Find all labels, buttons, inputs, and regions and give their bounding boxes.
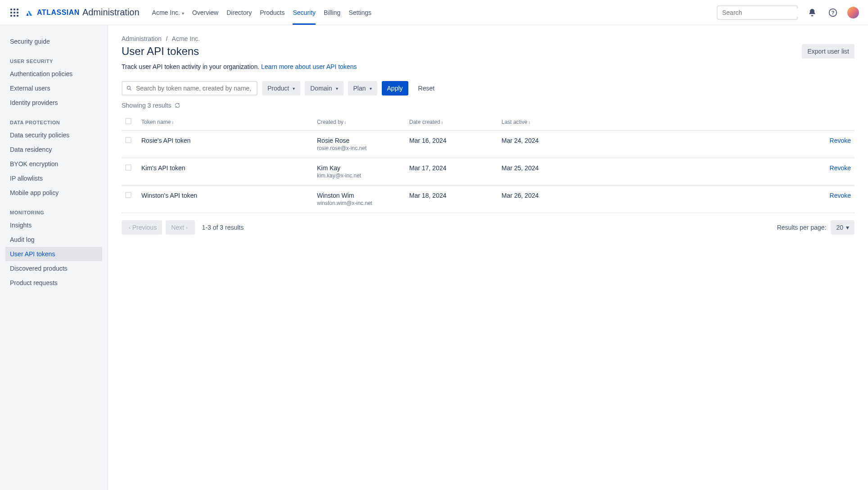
crumb-org[interactable]: Acme Inc. (172, 35, 200, 42)
col-header-created-by[interactable]: Created by↕ (313, 113, 406, 131)
per-page-select[interactable]: 20▾ (831, 220, 854, 235)
chevron-down-icon: ▾ (293, 86, 295, 91)
help-icon[interactable]: ? (827, 6, 839, 19)
crumb-admin[interactable]: Administration (122, 35, 162, 42)
prev-label: Previous (132, 224, 157, 231)
nav-products[interactable]: Products (260, 1, 285, 24)
top-nav: ATLASSIAN Administration Acme Inc.▾ Over… (0, 0, 868, 25)
sidebar-item-external-users[interactable]: External users (5, 81, 102, 95)
per-page-value: 20 (836, 224, 843, 231)
sidebar-item-ip-allowlists[interactable]: IP allowlists (5, 171, 102, 186)
chevron-down-icon: ▾ (846, 224, 849, 231)
brand[interactable]: ATLASSIAN Administration (25, 7, 140, 18)
revoke-link[interactable]: Revoke (830, 164, 851, 172)
filter-product-label: Product (267, 85, 289, 92)
cell-created-by: Winston Wimwinston.wim@x-inc.net (313, 186, 406, 213)
sidebar-item-data-residency[interactable]: Data residency (5, 142, 102, 157)
filter-domain[interactable]: Domain▾ (305, 81, 343, 95)
token-search-input[interactable] (135, 84, 253, 92)
sidebar-item-discovered-products[interactable]: Discovered products (5, 261, 102, 276)
page-description: Track user API token activity in your or… (122, 63, 854, 70)
sidebar-item-data-security-policies[interactable]: Data security policies (5, 128, 102, 142)
brand-admin: Administration (82, 7, 140, 18)
select-all-checkbox[interactable] (125, 118, 131, 124)
filter-plan[interactable]: Plan▾ (348, 81, 377, 95)
nav-settings[interactable]: Settings (348, 1, 371, 24)
row-checkbox[interactable] (125, 137, 131, 143)
sidebar-item-audit-log[interactable]: Audit log (5, 232, 102, 247)
revoke-link[interactable]: Revoke (830, 137, 851, 144)
sort-icon: ↕ (528, 120, 530, 125)
sidebar-item-mobile-app-policy[interactable]: Mobile app policy (5, 186, 102, 200)
cell-last-active: Mar 26, 2024 (498, 186, 590, 213)
cell-created-by: Rosie Roserosie.rose@x-inc.net (313, 131, 406, 158)
main-content: Administration / Acme Inc. User API toke… (108, 25, 868, 490)
cell-last-active: Mar 25, 2024 (498, 158, 590, 186)
svg-line-5 (130, 89, 131, 91)
col-header-token-name[interactable]: Token name↕ (138, 113, 313, 131)
col-header-date-created[interactable]: Date created↕ (406, 113, 498, 131)
avatar[interactable] (847, 7, 859, 18)
sidebar-item-identity-providers[interactable]: Identity providers (5, 95, 102, 110)
results-count-text: Showing 3 results (122, 102, 172, 109)
notifications-icon[interactable] (806, 6, 818, 19)
sidebar-item-product-requests[interactable]: Product requests (5, 276, 102, 290)
col-header-last-active[interactable]: Last active↕ (498, 113, 590, 131)
per-page-label: Results per page: (777, 224, 827, 231)
apply-button[interactable]: Apply (382, 81, 408, 95)
svg-point-4 (127, 86, 130, 89)
next-page-button[interactable]: Next› (166, 220, 194, 235)
sort-icon: ↕ (441, 120, 443, 125)
cell-created-by: Kim Kaykim.kay@x-inc.net (313, 158, 406, 186)
global-search-input[interactable] (721, 9, 802, 17)
results-count: Showing 3 results (122, 102, 854, 109)
row-checkbox[interactable] (125, 192, 131, 198)
sort-icon: ↕ (344, 120, 347, 125)
filter-plan-label: Plan (353, 85, 366, 92)
token-search[interactable] (122, 81, 258, 95)
chevron-down-icon: ▾ (336, 86, 338, 91)
atlassian-logo-icon (25, 8, 34, 17)
next-label: Next (171, 224, 184, 231)
prev-page-button[interactable]: ‹Previous (122, 220, 162, 235)
nav-directory[interactable]: Directory (226, 1, 252, 24)
breadcrumb: Administration / Acme Inc. (122, 35, 854, 42)
sidebar-item-auth-policies[interactable]: Authentication policies (5, 67, 102, 81)
cell-date-created: Mar 18, 2024 (406, 186, 498, 213)
table-row: Rosie's API token Rosie Roserosie.rose@x… (122, 131, 854, 158)
sidebar-item-user-api-tokens[interactable]: User API tokens (5, 247, 102, 261)
page-desc-text: Track user API token activity in your or… (122, 63, 261, 70)
nav-security[interactable]: Security (293, 1, 316, 24)
page-title: User API tokens (122, 45, 199, 58)
reset-button[interactable]: Reset (413, 81, 440, 95)
sidebar-group-data-protection: DATA PROTECTION (10, 120, 98, 125)
global-search[interactable] (717, 5, 798, 20)
refresh-icon[interactable] (174, 102, 181, 109)
cell-last-active: Mar 24, 2024 (498, 131, 590, 158)
chevron-down-icon: ▾ (370, 86, 372, 91)
primary-nav: Acme Inc.▾ Overview Directory Products S… (152, 1, 371, 24)
revoke-link[interactable]: Revoke (830, 192, 851, 199)
tokens-table: Token name↕ Created by↕ Date created↕ La… (122, 113, 854, 213)
chevron-right-icon: › (186, 225, 188, 230)
cell-date-created: Mar 17, 2024 (406, 158, 498, 186)
nav-overview[interactable]: Overview (192, 1, 218, 24)
table-footer: ‹Previous Next› 1-3 of 3 results Results… (122, 220, 854, 235)
nav-billing[interactable]: Billing (324, 1, 340, 24)
sidebar-item-security-guide[interactable]: Security guide (5, 34, 102, 49)
cell-date-created: Mar 16, 2024 (406, 131, 498, 158)
table-row: Kim's API token Kim Kaykim.kay@x-inc.net… (122, 158, 854, 186)
search-icon (126, 85, 132, 91)
row-checkbox[interactable] (125, 164, 131, 171)
export-user-list-button[interactable]: Export user list (802, 44, 854, 59)
org-switcher[interactable]: Acme Inc.▾ (152, 1, 184, 24)
app-switcher-icon[interactable] (9, 7, 20, 18)
sidebar-item-byok-encryption[interactable]: BYOK encryption (5, 157, 102, 171)
sidebar-item-insights[interactable]: Insights (5, 218, 102, 232)
page-range: 1-3 of 3 results (202, 224, 244, 231)
brand-name: ATLASSIAN (37, 9, 80, 17)
sidebar-group-user-security: USER SECURITY (10, 59, 98, 64)
learn-more-link[interactable]: Learn more about user API tokens (261, 63, 357, 70)
filter-product[interactable]: Product▾ (262, 81, 300, 95)
pagination: ‹Previous Next› 1-3 of 3 results (122, 220, 244, 235)
